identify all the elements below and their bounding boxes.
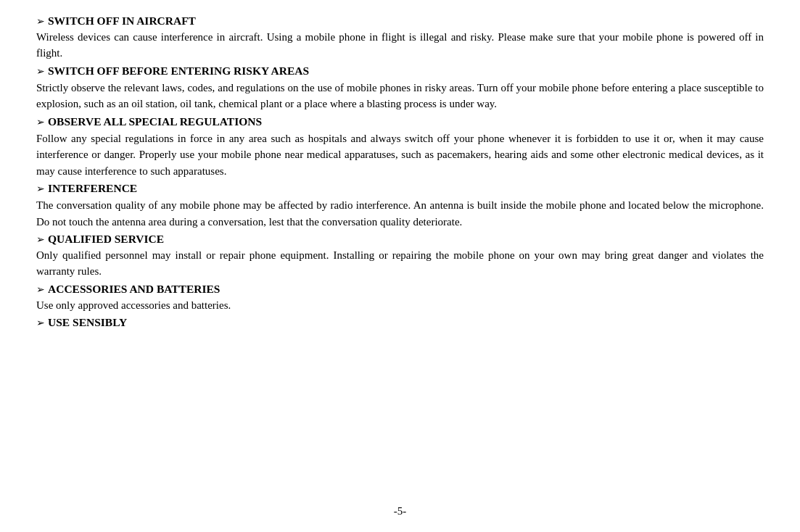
section-use-sensibly: ➢ USE SENSIBLY — [36, 316, 764, 331]
section-switch-off-aircraft: ➢ SWITCH OFF IN AIRCRAFT Wireless device… — [36, 14, 764, 62]
section-observe-regulations: ➢ OBSERVE ALL SPECIAL REGULATIONS Follow… — [36, 115, 764, 180]
heading-aircraft: SWITCH OFF IN AIRCRAFT — [48, 14, 196, 28]
body-aircraft: Wireless devices can cause interference … — [36, 30, 764, 62]
heading-sensibly: USE SENSIBLY — [48, 316, 127, 329]
arrow-icon-qualified: ➢ — [36, 233, 45, 246]
arrow-icon-aircraft: ➢ — [36, 15, 45, 28]
heading-line-aircraft: ➢ SWITCH OFF IN AIRCRAFT — [36, 14, 764, 29]
arrow-icon-sensibly: ➢ — [36, 317, 45, 329]
arrow-icon-accessories: ➢ — [36, 283, 45, 296]
body-interference: The conversation quality of any mobile p… — [36, 197, 764, 230]
body-risky: Strictly observe the relevant laws, code… — [36, 80, 764, 112]
section-accessories: ➢ ACCESSORIES AND BATTERIES Use only app… — [36, 283, 764, 314]
page-container: ➢ SWITCH OFF IN AIRCRAFT Wireless device… — [0, 0, 800, 532]
section-qualified-service: ➢ QUALIFIED SERVICE Only qualified perso… — [36, 233, 764, 280]
heading-line-risky: ➢ SWITCH OFF BEFORE ENTERING RISKY AREAS — [36, 65, 764, 79]
heading-interference: INTERFERENCE — [48, 182, 137, 195]
heading-risky: SWITCH OFF BEFORE ENTERING RISKY AREAS — [48, 65, 309, 78]
heading-qualified: QUALIFIED SERVICE — [48, 233, 164, 246]
heading-line-accessories: ➢ ACCESSORIES AND BATTERIES — [36, 283, 764, 297]
heading-regulations: OBSERVE ALL SPECIAL REGULATIONS — [48, 115, 262, 128]
page-footer: -5- — [36, 505, 764, 518]
page-number: -5- — [394, 505, 407, 517]
body-regulations: Follow any special regulations in force … — [36, 130, 764, 180]
heading-line-qualified: ➢ QUALIFIED SERVICE — [36, 233, 764, 247]
heading-line-interference: ➢ INTERFERENCE — [36, 182, 764, 196]
arrow-icon-regulations: ➢ — [36, 116, 45, 128]
section-interference: ➢ INTERFERENCE The conversation quality … — [36, 182, 764, 230]
section-switch-off-risky: ➢ SWITCH OFF BEFORE ENTERING RISKY AREAS… — [36, 65, 764, 112]
content-area: ➢ SWITCH OFF IN AIRCRAFT Wireless device… — [36, 14, 764, 501]
arrow-icon-risky: ➢ — [36, 65, 45, 78]
body-qualified: Only qualified personnel may install or … — [36, 248, 764, 280]
heading-accessories: ACCESSORIES AND BATTERIES — [48, 283, 220, 296]
body-accessories: Use only approved accessories and batter… — [36, 298, 764, 314]
heading-line-regulations: ➢ OBSERVE ALL SPECIAL REGULATIONS — [36, 115, 764, 130]
arrow-icon-interference: ➢ — [36, 183, 45, 195]
heading-line-sensibly: ➢ USE SENSIBLY — [36, 316, 764, 331]
